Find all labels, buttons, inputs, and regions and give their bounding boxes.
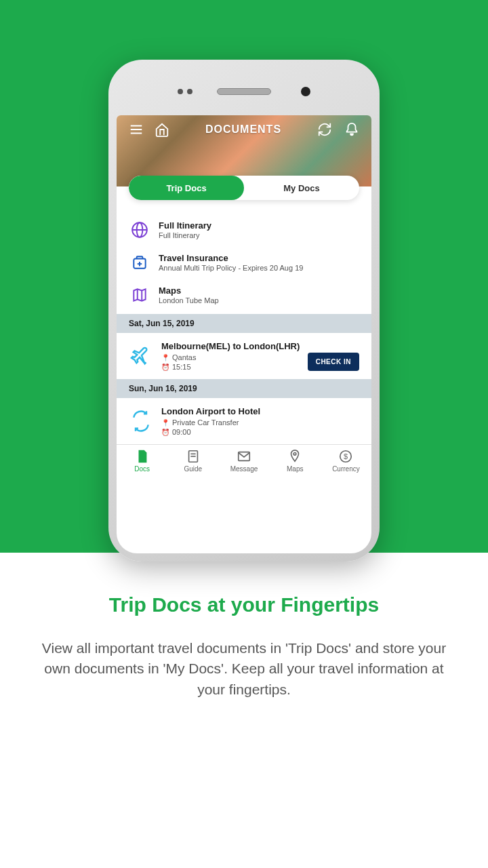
guide-icon	[185, 449, 201, 464]
list-item[interactable]: Travel Insurance Annual Multi Trip Polic…	[117, 246, 371, 279]
page-title: DOCUMENTS	[205, 123, 281, 136]
tab-segmented-control: Trip Docs My Docs	[117, 176, 371, 200]
globe-icon	[130, 220, 149, 239]
refresh-icon[interactable]	[317, 122, 332, 137]
medical-icon	[130, 253, 149, 272]
bell-icon[interactable]	[344, 122, 359, 137]
home-icon[interactable]	[155, 122, 169, 137]
pin-icon: 📍	[161, 354, 169, 361]
maps-icon	[287, 449, 303, 464]
menu-icon[interactable]	[129, 122, 144, 137]
clock-icon: ⏰	[161, 429, 169, 436]
hero-section: DOCUMENTS Trip Docs My Docs	[0, 0, 488, 553]
nav-guide[interactable]: Guide	[167, 445, 218, 474]
trip-provider: Private Car Transfer	[172, 418, 239, 427]
checkin-button[interactable]: CHECK IN	[308, 353, 359, 371]
bottom-nav: Docs Guide Message Maps $ Currency	[117, 444, 371, 474]
trip-time: 15:15	[172, 363, 191, 371]
documents-list: Full Itinerary Full Itinerary Travel Ins…	[117, 211, 371, 314]
trip-title: Melbourne(MEL) to London(LHR)	[161, 341, 358, 351]
phone-screen: DOCUMENTS Trip Docs My Docs	[117, 115, 371, 553]
doc-subtitle: Annual Multi Trip Policy - Expires 20 Au…	[159, 264, 358, 272]
pin-icon: 📍	[161, 419, 169, 427]
promo-title: Trip Docs at your Fingertips	[34, 593, 454, 616]
phone-mockup: DOCUMENTS Trip Docs My Docs	[108, 60, 380, 561]
doc-title: Full Itinerary	[159, 220, 358, 231]
svg-point-15	[293, 453, 296, 456]
tab-trip-docs[interactable]: Trip Docs	[129, 176, 244, 200]
date-header: Sat, Jun 15, 2019	[117, 314, 371, 333]
nav-message[interactable]: Message	[218, 445, 269, 474]
trip-provider: Qantas	[172, 353, 196, 361]
doc-title: Travel Insurance	[159, 253, 358, 263]
trip-time: 09:00	[172, 428, 191, 436]
message-icon	[236, 449, 252, 464]
tab-my-docs[interactable]: My Docs	[244, 176, 359, 200]
list-item[interactable]: Full Itinerary Full Itinerary	[117, 214, 371, 246]
promo-text: View all important travel documents in '…	[34, 638, 454, 700]
doc-subtitle: Full Itinerary	[159, 231, 358, 239]
doc-title: Maps	[159, 285, 358, 296]
nav-maps[interactable]: Maps	[270, 445, 321, 474]
transfer-icon	[130, 410, 152, 432]
list-item[interactable]: Maps London Tube Map	[117, 279, 371, 311]
trip-item[interactable]: Melbourne(MEL) to London(LHR) 📍Qantas ⏰1…	[117, 333, 371, 379]
svg-text:$: $	[344, 452, 348, 460]
docs-icon	[134, 449, 150, 464]
phone-hardware-top	[117, 68, 371, 115]
date-header: Sun, Jun 16, 2019	[117, 379, 371, 398]
map-icon	[130, 285, 149, 304]
clock-icon: ⏰	[161, 363, 169, 371]
trip-title: London Airport to Hotel	[161, 406, 358, 416]
plane-icon	[130, 345, 152, 367]
promo-section: Trip Docs at your Fingertips View all im…	[0, 553, 488, 741]
nav-currency[interactable]: $ Currency	[321, 445, 371, 474]
nav-docs[interactable]: Docs	[117, 445, 167, 474]
trip-item[interactable]: London Airport to Hotel 📍Private Car Tra…	[117, 398, 371, 444]
doc-subtitle: London Tube Map	[159, 296, 358, 304]
currency-icon: $	[338, 449, 354, 464]
